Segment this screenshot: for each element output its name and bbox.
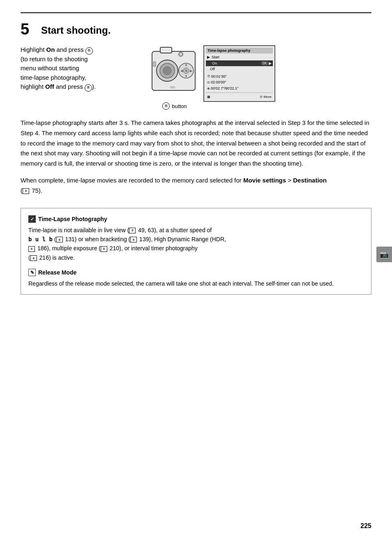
camera-diagram: ▲ ▼ ◀ ▶ ® ISO [150,45,199,99]
book-ref-2: 0 [56,237,63,242]
ok-button-label: ® button [162,102,187,110]
ok-button-symbol2: ® [85,84,92,92]
lcd-ok-badge: OK [261,61,268,65]
book-ref-4: 0 [28,246,35,252]
pencil-icon: ✎ [28,269,36,276]
note-timelapse-header: ✓ Time-Lapse Photography [28,215,364,224]
lcd-row-start: ▶ Start [206,54,273,60]
ok-icon-label: ® [162,102,170,110]
step-header: 5 Start shooting. [21,21,371,37]
movie-settings-label: Movie settings [243,177,286,184]
camera-sidebar-icon: 📷 [380,250,389,259]
on-label: On [46,46,55,53]
check-icon: ✓ [28,215,36,223]
book-ref-6: 0 [30,255,37,261]
book-ref-1: 0 [129,228,136,233]
note-release-title: Release Mode [38,268,76,277]
main-paragraphs: Time-lapse photography starts after 3 s.… [21,118,371,196]
svg-rect-1 [160,47,172,53]
right-sidebar: 📷 [376,247,392,262]
lcd-row-time1: ⏱ 00:01′30″ [206,74,273,80]
book-ref-icon: 0 [23,188,29,194]
svg-point-5 [179,52,183,56]
step-body-text: Highlight On and press ® (to return to t… [21,45,144,110]
paragraph-1: Time-lapse photography starts after 3 s.… [21,118,371,169]
lcd-row-time3: ⊕ 00′02.7″/90′22.1″ [206,85,273,92]
svg-text:▲: ▲ [184,63,188,67]
note-release: ✎ Release Mode Regardless of the release… [28,268,364,288]
camera-svg: ▲ ▼ ◀ ▶ ® ISO [150,45,197,97]
lcd-row-off: Off [206,66,273,72]
highlight-label: Highlight [21,46,46,53]
svg-text:▼: ▼ [184,74,188,78]
button-text: button [172,103,187,109]
note-timelapse-title: Time-Lapse Photography [38,215,107,224]
note-timelapse-text: Time-lapse is not available in live view… [28,226,364,263]
lcd-screen: Time-lapse photography ▶ Start On OK ▶ O… [203,45,275,102]
svg-text:®: ® [185,69,187,72]
step-content: Highlight On and press ® (to return to t… [21,45,371,110]
note-release-text: Regardless of the release mode selected,… [28,279,364,288]
bulb-text: b u l b [28,236,53,242]
para2-start: When complete, time-lapse movies are rec… [21,177,243,184]
lcd-row-on: On OK ▶ [206,60,273,67]
book-ref-5: 0 [101,246,107,252]
svg-text:▶: ▶ [190,69,193,73]
svg-text:◀: ◀ [180,69,183,73]
para2-gt: > [286,177,293,184]
step-number: 5 [21,21,33,37]
note-timelapse: ✓ Time-Lapse Photography Time-lapse is n… [28,215,364,262]
svg-point-4 [163,67,171,75]
destination-label: Destination [293,177,327,184]
step-images: ▲ ▼ ◀ ▶ ® ISO ® button [150,45,371,110]
ok-button-symbol: ® [85,47,93,55]
note-release-header: ✎ Release Mode [28,268,364,277]
page-container: 5 Start shooting. Highlight On and press… [0,0,392,540]
para2-page: 75). [30,187,42,194]
lcd-title: Time-lapse photography [206,48,273,53]
off-label: Off [45,83,54,90]
svg-text:ISO: ISO [170,86,175,89]
paragraph-2: When complete, time-lapse movies are rec… [21,175,371,196]
svg-rect-14 [153,62,156,67]
page-number: 225 [360,522,371,530]
notes-box: ✓ Time-Lapse Photography Time-lapse is n… [21,208,371,295]
lcd-row-bottom: ▦ ⊙ Move [206,94,273,99]
top-border [21,12,371,13]
lcd-row-time2: ⊙ 02:00′00″ [206,79,273,85]
step-title: Start shooting. [41,21,111,36]
book-ref-3: 0 [130,237,137,242]
